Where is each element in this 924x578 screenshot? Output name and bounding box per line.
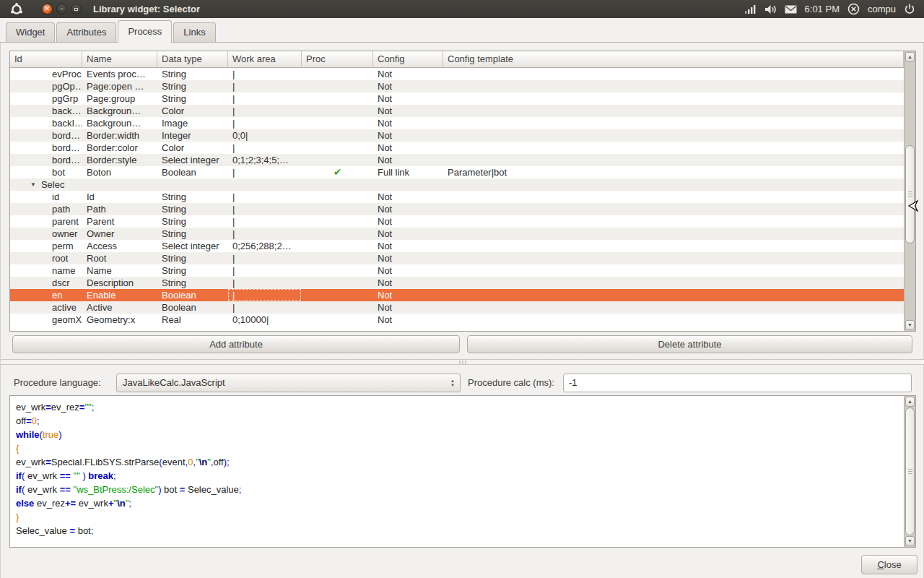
code-editor[interactable]: ev_wrk=ev_rez="";off=0;while(true){ev_wr…	[9, 395, 916, 548]
cell-proc	[302, 252, 373, 264]
delete-attribute-button[interactable]: Delete attribute	[467, 335, 912, 353]
table-row[interactable]: geomXGeometry:xReal0;10000|Not	[10, 314, 904, 326]
cell-id: backI…	[10, 117, 82, 129]
group-label: Selec	[41, 178, 65, 191]
window-minimize-button[interactable]: −	[56, 4, 67, 14]
add-attribute-button[interactable]: Add attribute	[12, 335, 460, 353]
tab-process[interactable]: Process	[118, 20, 172, 43]
code-line: else ev_rez+= ev_wrk+"\n";	[16, 496, 898, 510]
table-row[interactable]: ownerOwnerString|Not	[10, 228, 904, 240]
cell-name: Backgroun…	[82, 117, 157, 129]
table-row[interactable]: bord…Border:styleSelect integer0;1;2;3;4…	[10, 154, 904, 166]
power-icon[interactable]	[904, 3, 915, 15]
column-header-config[interactable]: Config	[373, 51, 443, 68]
procedure-language-select[interactable]: JavaLikeCalc.JavaScript ▲▼	[116, 374, 461, 392]
column-header-proc[interactable]: Proc	[302, 51, 373, 68]
session-label[interactable]: compu	[868, 4, 896, 14]
network-signal-icon[interactable]	[744, 4, 757, 15]
code-line: {	[16, 441, 898, 455]
column-header-work-area[interactable]: Work area	[228, 51, 302, 68]
window-maximize-button[interactable]	[71, 4, 82, 14]
code-scrollbar[interactable]: ▲ ▼	[904, 396, 915, 547]
code-line: Selec_value = bot;	[16, 524, 898, 538]
cell-work-area: |	[228, 117, 302, 129]
cell-config: Not	[373, 191, 443, 203]
table-row[interactable]: dscrDescriptionString|Not	[10, 277, 904, 289]
table-scrollbar[interactable]: ▲ ▼	[904, 51, 915, 331]
window-title: Library widget: Selector	[93, 4, 200, 14]
column-header-name[interactable]: Name	[82, 51, 157, 68]
table-row[interactable]: bord…Border:widthInteger0;0|Not	[10, 129, 904, 142]
table-row[interactable]: parentParentString|Not	[10, 215, 904, 228]
table-row[interactable]: pgGrpPage:groupString|Not	[10, 92, 904, 105]
panel-left: ✕ − Library widget: Selector	[0, 0, 200, 18]
cell-proc	[302, 314, 373, 326]
column-header-data-type[interactable]: Data type	[157, 51, 228, 68]
table-row[interactable]: pathPathString|Not	[10, 203, 904, 215]
table-row[interactable]: rootRootString|Not	[10, 252, 904, 264]
table-row[interactable]: nameNameString|Not	[10, 264, 904, 277]
procedure-calc-label: Procedure calc (ms):	[468, 374, 554, 392]
code-text[interactable]: ev_wrk=ev_rez="";off=0;while(true){ev_wr…	[10, 396, 904, 547]
table-row[interactable]: enEnableBoolean|Not	[10, 289, 904, 301]
tab-links[interactable]: Links	[173, 22, 215, 42]
table-row[interactable]: backI…Backgroun…Image|Not	[10, 117, 904, 129]
close-button[interactable]: Close	[861, 555, 918, 574]
cell-config-template	[443, 228, 904, 240]
cell-data-type: String	[157, 203, 228, 215]
tab-widget[interactable]: Widget	[6, 22, 55, 42]
expander-icon[interactable]: ▼	[30, 178, 36, 191]
table-row[interactable]: permAccessSelect integer0;256;288;2…Not	[10, 240, 904, 252]
cell-config-template	[443, 252, 904, 264]
window-close-button[interactable]: ✕	[42, 4, 53, 14]
table-row[interactable]: pgOp…Page:open …String|Not	[10, 80, 904, 92]
scrollbar-thumb[interactable]	[905, 407, 915, 535]
ubuntu-logo-icon[interactable]	[10, 3, 23, 16]
cell-work-area: |	[228, 203, 302, 215]
scroll-up-icon[interactable]: ▲	[905, 52, 915, 62]
scrollbar-thumb[interactable]	[905, 145, 915, 243]
cell-config-template	[443, 314, 904, 326]
cell-data-type: Integer	[157, 129, 228, 142]
proc-check-icon: ✔	[334, 166, 342, 178]
cell-config: Not	[373, 228, 443, 240]
session-icon[interactable]	[847, 3, 860, 15]
cell-config-template	[443, 68, 904, 80]
table-row[interactable]: bord…Border:colorColor|Not	[10, 142, 904, 154]
cell-data-type: String	[157, 277, 228, 289]
column-header-config-template[interactable]: Config template	[443, 51, 904, 68]
cell-data-type: Image	[157, 117, 228, 129]
tab-attributes[interactable]: Attributes	[56, 22, 116, 42]
column-header-id[interactable]: Id	[10, 51, 82, 68]
scroll-down-icon[interactable]: ▼	[905, 536, 915, 546]
process-page: IdNameData typeWork areaProcConfigConfig…	[0, 43, 924, 578]
cell-proc	[302, 228, 373, 240]
table-row[interactable]: back…Backgroun…Color|Not	[10, 105, 904, 117]
cell-work-area: |	[228, 228, 302, 240]
mail-icon[interactable]	[785, 4, 797, 14]
splitter-handle[interactable]	[1, 359, 924, 365]
cell-id: bord…	[10, 129, 82, 142]
table-group-row[interactable]: ▼Selec	[10, 178, 904, 191]
cell-proc	[302, 80, 373, 92]
cell-id: back…	[10, 105, 82, 117]
tab-bar: WidgetAttributesProcessLinks	[0, 18, 924, 43]
cell-proc	[302, 240, 373, 252]
cell-config: Not	[373, 68, 443, 80]
cell-id: active	[10, 301, 82, 314]
table-row[interactable]: evProcEvents proc…String|Not	[10, 68, 904, 80]
table-row[interactable]: botBotonBoolean|✔Full linkParameter|bot	[10, 166, 904, 178]
procedure-calc-input[interactable]: -1	[563, 374, 912, 392]
table-row[interactable]: activeActiveBoolean|Not	[10, 301, 904, 314]
cell-data-type: Boolean	[157, 301, 228, 314]
procedure-language-value: JavaLikeCalc.JavaScript	[123, 377, 225, 388]
cell-proc	[302, 289, 373, 301]
scroll-up-icon[interactable]: ▲	[905, 397, 915, 407]
clock[interactable]: 6:01 PM	[805, 4, 840, 14]
volume-icon[interactable]	[764, 4, 777, 15]
cell-data-type: Real	[157, 314, 228, 326]
cell-config-template	[443, 129, 904, 142]
cell-id: evProc	[10, 68, 82, 80]
scroll-down-icon[interactable]: ▼	[905, 320, 915, 330]
table-row[interactable]: idIdString|Not	[10, 191, 904, 203]
